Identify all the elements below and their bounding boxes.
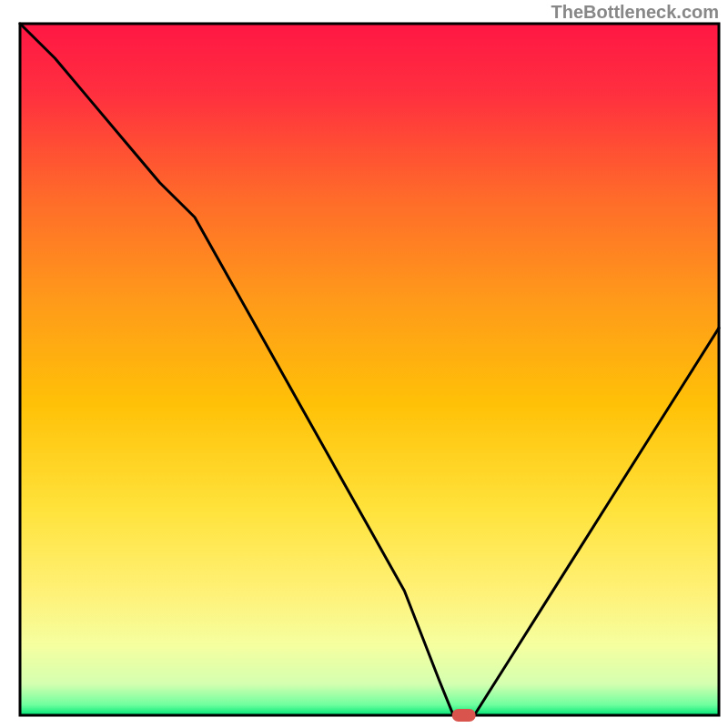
watermark-text: TheBottleneck.com bbox=[551, 2, 719, 23]
chart-container: TheBottleneck.com bbox=[0, 0, 728, 728]
plot-background bbox=[20, 24, 719, 715]
optimal-point-marker bbox=[452, 709, 476, 722]
bottleneck-chart bbox=[0, 0, 728, 728]
